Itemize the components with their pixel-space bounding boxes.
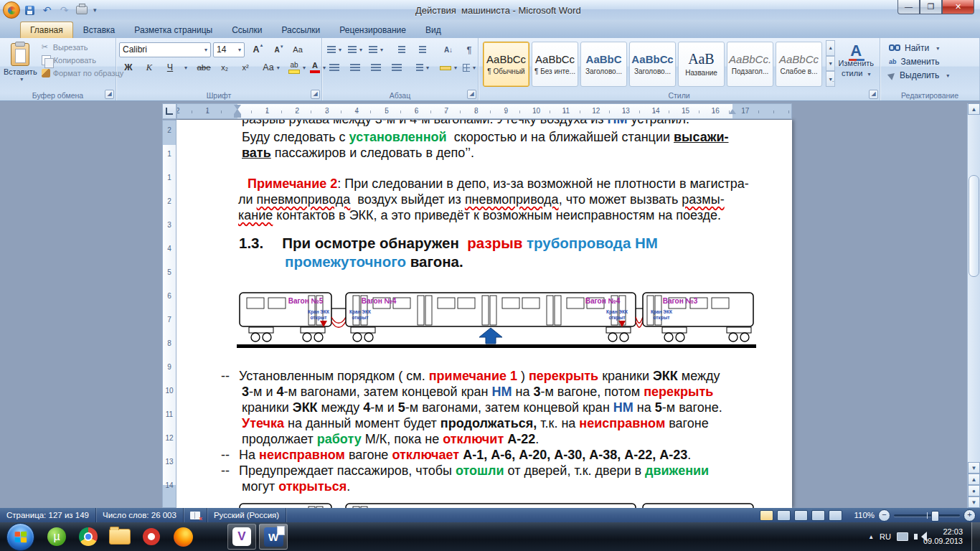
strikethrough-button[interactable]: abe: [194, 60, 213, 75]
shrink-font-button[interactable]: А: [268, 42, 286, 57]
scroll-thumb[interactable]: [969, 175, 979, 277]
tab-home[interactable]: Главная: [20, 22, 73, 38]
font-size-combo[interactable]: 14▾: [213, 42, 245, 57]
style-heading1[interactable]: АаBbСЗаголово...: [580, 42, 627, 87]
viber-taskbar-button[interactable]: V: [227, 524, 256, 550]
replace-button[interactable]: abЗаменить: [889, 57, 971, 67]
hanging-indent-marker[interactable]: [234, 105, 241, 114]
zoom-slider-thumb[interactable]: [931, 511, 939, 522]
right-indent-marker[interactable]: [729, 105, 736, 114]
bullets-button[interactable]: ▾: [325, 42, 344, 57]
paragraph-dialog-launcher[interactable]: ◢: [467, 90, 476, 99]
opera-taskbar-icon[interactable]: [137, 524, 166, 550]
justify-button[interactable]: [387, 60, 406, 75]
next-page-button[interactable]: ▼: [968, 496, 980, 508]
align-right-button[interactable]: [367, 60, 385, 75]
copy-button[interactable]: Копировать: [39, 55, 126, 66]
show-desktop-button[interactable]: [971, 522, 980, 551]
highlight-button[interactable]: ab▾: [288, 60, 306, 75]
change-styles-button[interactable]: А Изменить стили ▾: [835, 40, 877, 79]
underline-caret[interactable]: ▾: [184, 65, 187, 71]
tab-mailings[interactable]: Рассылки: [272, 22, 329, 38]
subscript-button[interactable]: x₂: [215, 60, 234, 75]
tab-references[interactable]: Ссылки: [222, 22, 271, 38]
align-left-button[interactable]: [325, 60, 344, 75]
select-button[interactable]: Выделить▾: [889, 70, 971, 80]
styles-scroll-down[interactable]: ▼: [826, 56, 835, 72]
align-center-button[interactable]: [346, 60, 364, 75]
numbering-button[interactable]: ▾: [346, 42, 364, 57]
superscript-button[interactable]: x²: [236, 60, 255, 75]
tab-insert[interactable]: Вставка: [74, 22, 125, 38]
clipboard-dialog-launcher[interactable]: ◢: [105, 90, 114, 99]
line-spacing-button[interactable]: ▾: [413, 60, 432, 75]
bold-button[interactable]: Ж: [119, 60, 138, 75]
find-button[interactable]: Найти▾: [889, 43, 971, 53]
style-heading2[interactable]: АаBbСсЗаголово...: [629, 42, 676, 87]
clear-formatting-button[interactable]: Аа: [288, 42, 307, 57]
style-no-spacing[interactable]: АаBbСс¶ Без инте...: [532, 42, 578, 87]
print-button[interactable]: [74, 3, 89, 18]
scroll-down-button[interactable]: ▼: [968, 462, 980, 474]
paste-button[interactable]: Вставить ▾: [3, 40, 38, 83]
word-taskbar-button[interactable]: W: [259, 524, 288, 550]
increase-indent-button[interactable]: [413, 42, 432, 57]
save-button[interactable]: [22, 3, 37, 18]
minimize-button[interactable]: —: [897, 0, 920, 14]
start-button[interactable]: [6, 523, 34, 551]
word-count[interactable]: Число слов: 26 003: [96, 508, 184, 522]
styles-scroll-up[interactable]: ▲: [826, 40, 835, 56]
utorrent-taskbar-icon[interactable]: µ: [42, 524, 71, 550]
volume-tray-icon[interactable]: [914, 534, 918, 540]
italic-button[interactable]: К: [140, 60, 159, 75]
select-browse-object-button[interactable]: ●: [968, 485, 980, 496]
format-painter-button[interactable]: Формат по образцу: [39, 68, 126, 78]
redo-button[interactable]: [57, 3, 72, 18]
styles-dialog-launcher[interactable]: ◢: [869, 90, 878, 99]
styles-more-button[interactable]: ▼̱: [826, 71, 835, 87]
font-family-combo[interactable]: Calibri▾: [119, 42, 211, 57]
change-case-button[interactable]: Аа▾: [262, 60, 281, 75]
tab-view[interactable]: Вид: [416, 22, 451, 38]
previous-page-button[interactable]: ▲: [968, 474, 980, 485]
multilevel-list-button[interactable]: ▾: [367, 42, 385, 57]
print-layout-view-button[interactable]: [760, 510, 773, 521]
vertical-scrollbar[interactable]: ▲ ▼ ▲ ● ▼: [967, 103, 980, 508]
fullscreen-view-button[interactable]: [777, 510, 791, 521]
maximize-button[interactable]: ❐: [920, 0, 942, 14]
show-marks-button[interactable]: ¶: [460, 42, 479, 57]
chrome-taskbar-icon[interactable]: [74, 524, 103, 550]
left-indent-marker[interactable]: [234, 114, 241, 118]
underline-button[interactable]: Ч: [161, 60, 179, 75]
proofing-status[interactable]: [184, 508, 207, 522]
draft-view-button[interactable]: [829, 510, 842, 521]
cut-button[interactable]: Вырезать: [39, 42, 126, 52]
grow-font-button[interactable]: А: [247, 42, 265, 57]
close-button[interactable]: ✕: [942, 0, 974, 14]
web-layout-view-button[interactable]: [794, 510, 808, 521]
style-subtle-emphasis[interactable]: АаBbСсСлабое в...: [776, 42, 822, 87]
zoom-slider[interactable]: [894, 514, 960, 517]
style-normal[interactable]: АаBbСс¶ Обычный: [483, 42, 529, 87]
qat-customize-caret[interactable]: ▾: [91, 6, 99, 14]
explorer-taskbar-icon[interactable]: [105, 524, 134, 550]
zoom-level[interactable]: 110%: [854, 511, 875, 519]
shading-button[interactable]: ▾: [439, 60, 458, 75]
sort-button[interactable]: А↓: [439, 42, 458, 57]
borders-button[interactable]: ▾: [460, 60, 479, 75]
tab-page-layout[interactable]: Разметка страницы: [125, 22, 222, 38]
style-subtitle[interactable]: АаBbСс.Подзагол...: [727, 42, 773, 87]
tab-selector-box[interactable]: [162, 103, 176, 119]
outline-view-button[interactable]: [811, 510, 825, 521]
language-bar[interactable]: RU: [880, 532, 891, 541]
hidden-icons-button[interactable]: ▲: [868, 534, 874, 540]
font-dialog-launcher[interactable]: ◢: [311, 90, 320, 99]
zoom-out-button[interactable]: −: [878, 509, 890, 522]
firefox-taskbar-icon[interactable]: [169, 524, 197, 550]
v-ruler[interactable]: 211234567891011121314: [162, 120, 176, 508]
language-indicator[interactable]: Русский (Россия): [207, 508, 286, 522]
undo-button[interactable]: [39, 3, 55, 18]
style-title[interactable]: АаВНазвание: [678, 42, 725, 87]
decrease-indent-button[interactable]: [392, 42, 411, 57]
page-indicator[interactable]: Страница: 127 из 149: [0, 508, 96, 522]
